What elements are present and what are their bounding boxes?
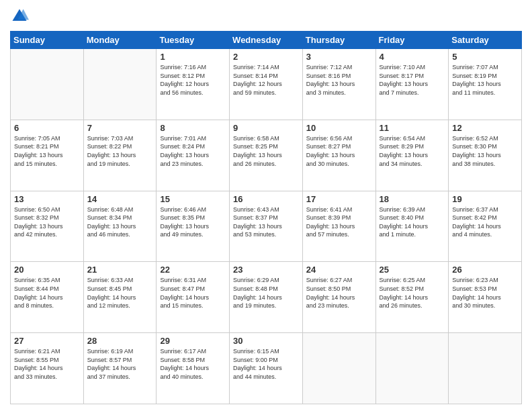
- day-detail: Sunrise: 6:58 AM Sunset: 8:25 PM Dayligh…: [233, 134, 299, 168]
- day-number: 11: [380, 123, 445, 133]
- day-number: 9: [233, 123, 299, 133]
- calendar-cell: 18Sunrise: 6:39 AM Sunset: 8:40 PM Dayli…: [375, 191, 449, 262]
- weekday-header-tuesday: Tuesday: [157, 32, 230, 49]
- calendar-cell: 7Sunrise: 7:03 AM Sunset: 8:22 PM Daylig…: [83, 120, 157, 191]
- day-detail: Sunrise: 6:25 AM Sunset: 8:52 PM Dayligh…: [380, 276, 445, 310]
- calendar-cell: 12Sunrise: 6:52 AM Sunset: 8:30 PM Dayli…: [449, 120, 522, 191]
- calendar-cell: 6Sunrise: 7:05 AM Sunset: 8:21 PM Daylig…: [11, 120, 84, 191]
- day-number: 7: [87, 123, 153, 133]
- day-number: 4: [380, 52, 445, 62]
- day-detail: Sunrise: 7:03 AM Sunset: 8:22 PM Dayligh…: [87, 134, 153, 168]
- header: [10, 7, 522, 26]
- day-detail: Sunrise: 6:48 AM Sunset: 8:34 PM Dayligh…: [87, 205, 153, 239]
- day-detail: Sunrise: 6:33 AM Sunset: 8:45 PM Dayligh…: [87, 276, 153, 310]
- calendar-cell: 28Sunrise: 6:19 AM Sunset: 8:57 PM Dayli…: [83, 333, 157, 404]
- week-row-1: 1Sunrise: 7:16 AM Sunset: 8:12 PM Daylig…: [11, 49, 522, 120]
- calendar-cell: [83, 49, 157, 120]
- day-detail: Sunrise: 6:54 AM Sunset: 8:29 PM Dayligh…: [380, 134, 445, 168]
- weekday-header-saturday: Saturday: [449, 32, 522, 49]
- day-number: 23: [233, 265, 299, 275]
- day-number: 20: [14, 265, 80, 275]
- calendar-cell: 19Sunrise: 6:37 AM Sunset: 8:42 PM Dayli…: [449, 191, 522, 262]
- day-number: 10: [306, 123, 372, 133]
- calendar-cell: 3Sunrise: 7:12 AM Sunset: 8:16 PM Daylig…: [302, 49, 375, 120]
- calendar-cell: 16Sunrise: 6:43 AM Sunset: 8:37 PM Dayli…: [230, 191, 303, 262]
- day-number: 25: [380, 265, 445, 275]
- weekday-header-wednesday: Wednesday: [230, 32, 303, 49]
- calendar-cell: 15Sunrise: 6:46 AM Sunset: 8:35 PM Dayli…: [157, 191, 230, 262]
- day-detail: Sunrise: 7:14 AM Sunset: 8:14 PM Dayligh…: [233, 63, 299, 97]
- calendar-cell: 2Sunrise: 7:14 AM Sunset: 8:14 PM Daylig…: [230, 49, 303, 120]
- calendar-cell: 24Sunrise: 6:27 AM Sunset: 8:50 PM Dayli…: [302, 262, 375, 333]
- day-detail: Sunrise: 6:37 AM Sunset: 8:42 PM Dayligh…: [452, 205, 518, 239]
- logo-icon: [10, 7, 29, 26]
- day-number: 2: [233, 52, 299, 62]
- day-number: 16: [233, 194, 299, 204]
- day-detail: Sunrise: 6:52 AM Sunset: 8:30 PM Dayligh…: [452, 134, 518, 168]
- day-number: 28: [87, 336, 153, 346]
- calendar-cell: 4Sunrise: 7:10 AM Sunset: 8:17 PM Daylig…: [375, 49, 449, 120]
- weekday-header-friday: Friday: [375, 32, 449, 49]
- day-detail: Sunrise: 7:12 AM Sunset: 8:16 PM Dayligh…: [306, 63, 372, 97]
- logo: [10, 7, 32, 26]
- calendar-cell: 1Sunrise: 7:16 AM Sunset: 8:12 PM Daylig…: [157, 49, 230, 120]
- calendar-cell: 26Sunrise: 6:23 AM Sunset: 8:53 PM Dayli…: [449, 262, 522, 333]
- day-number: 18: [380, 194, 445, 204]
- day-number: 19: [452, 194, 518, 204]
- day-number: 15: [160, 194, 226, 204]
- day-detail: Sunrise: 6:41 AM Sunset: 8:39 PM Dayligh…: [306, 205, 372, 239]
- calendar-cell: 11Sunrise: 6:54 AM Sunset: 8:29 PM Dayli…: [375, 120, 449, 191]
- day-number: 6: [14, 123, 80, 133]
- weekday-header-monday: Monday: [83, 32, 157, 49]
- calendar-table: SundayMondayTuesdayWednesdayThursdayFrid…: [10, 31, 522, 404]
- week-row-4: 20Sunrise: 6:35 AM Sunset: 8:44 PM Dayli…: [11, 262, 522, 333]
- weekday-header-thursday: Thursday: [302, 32, 375, 49]
- calendar-cell: 29Sunrise: 6:17 AM Sunset: 8:58 PM Dayli…: [157, 333, 230, 404]
- day-detail: Sunrise: 6:29 AM Sunset: 8:48 PM Dayligh…: [233, 276, 299, 310]
- day-number: 1: [160, 52, 226, 62]
- day-number: 29: [160, 336, 226, 346]
- calendar-cell: 30Sunrise: 6:15 AM Sunset: 9:00 PM Dayli…: [230, 333, 303, 404]
- day-number: 13: [14, 194, 80, 204]
- calendar-cell: [375, 333, 449, 404]
- calendar-cell: 27Sunrise: 6:21 AM Sunset: 8:55 PM Dayli…: [11, 333, 84, 404]
- day-detail: Sunrise: 6:27 AM Sunset: 8:50 PM Dayligh…: [306, 276, 372, 310]
- day-detail: Sunrise: 7:10 AM Sunset: 8:17 PM Dayligh…: [380, 63, 445, 97]
- day-detail: Sunrise: 6:35 AM Sunset: 8:44 PM Dayligh…: [14, 276, 80, 310]
- day-detail: Sunrise: 6:46 AM Sunset: 8:35 PM Dayligh…: [160, 205, 226, 239]
- day-number: 24: [306, 265, 372, 275]
- calendar-cell: 22Sunrise: 6:31 AM Sunset: 8:47 PM Dayli…: [157, 262, 230, 333]
- calendar-cell: 5Sunrise: 7:07 AM Sunset: 8:19 PM Daylig…: [449, 49, 522, 120]
- calendar-cell: 25Sunrise: 6:25 AM Sunset: 8:52 PM Dayli…: [375, 262, 449, 333]
- day-detail: Sunrise: 6:19 AM Sunset: 8:57 PM Dayligh…: [87, 347, 153, 381]
- day-detail: Sunrise: 7:05 AM Sunset: 8:21 PM Dayligh…: [14, 134, 80, 168]
- day-detail: Sunrise: 6:21 AM Sunset: 8:55 PM Dayligh…: [14, 347, 80, 381]
- calendar-cell: 13Sunrise: 6:50 AM Sunset: 8:32 PM Dayli…: [11, 191, 84, 262]
- page: SundayMondayTuesdayWednesdayThursdayFrid…: [0, 0, 532, 411]
- day-detail: Sunrise: 6:31 AM Sunset: 8:47 PM Dayligh…: [160, 276, 226, 310]
- day-number: 12: [452, 123, 518, 133]
- day-number: 27: [14, 336, 80, 346]
- day-detail: Sunrise: 6:39 AM Sunset: 8:40 PM Dayligh…: [380, 205, 445, 239]
- day-number: 30: [233, 336, 299, 346]
- calendar-cell: [11, 49, 84, 120]
- day-number: 5: [452, 52, 518, 62]
- day-detail: Sunrise: 6:23 AM Sunset: 8:53 PM Dayligh…: [452, 276, 518, 310]
- day-number: 26: [452, 265, 518, 275]
- day-detail: Sunrise: 6:17 AM Sunset: 8:58 PM Dayligh…: [160, 347, 226, 381]
- day-detail: Sunrise: 7:16 AM Sunset: 8:12 PM Dayligh…: [160, 63, 226, 97]
- calendar-cell: [449, 333, 522, 404]
- day-detail: Sunrise: 6:56 AM Sunset: 8:27 PM Dayligh…: [306, 134, 372, 168]
- day-number: 8: [160, 123, 226, 133]
- calendar-cell: 10Sunrise: 6:56 AM Sunset: 8:27 PM Dayli…: [302, 120, 375, 191]
- calendar-cell: 20Sunrise: 6:35 AM Sunset: 8:44 PM Dayli…: [11, 262, 84, 333]
- calendar-cell: [302, 333, 375, 404]
- day-number: 14: [87, 194, 153, 204]
- day-detail: Sunrise: 6:50 AM Sunset: 8:32 PM Dayligh…: [14, 205, 80, 239]
- weekday-header-sunday: Sunday: [11, 32, 84, 49]
- calendar-cell: 8Sunrise: 7:01 AM Sunset: 8:24 PM Daylig…: [157, 120, 230, 191]
- calendar-cell: 17Sunrise: 6:41 AM Sunset: 8:39 PM Dayli…: [302, 191, 375, 262]
- day-number: 22: [160, 265, 226, 275]
- week-row-5: 27Sunrise: 6:21 AM Sunset: 8:55 PM Dayli…: [11, 333, 522, 404]
- week-row-3: 13Sunrise: 6:50 AM Sunset: 8:32 PM Dayli…: [11, 191, 522, 262]
